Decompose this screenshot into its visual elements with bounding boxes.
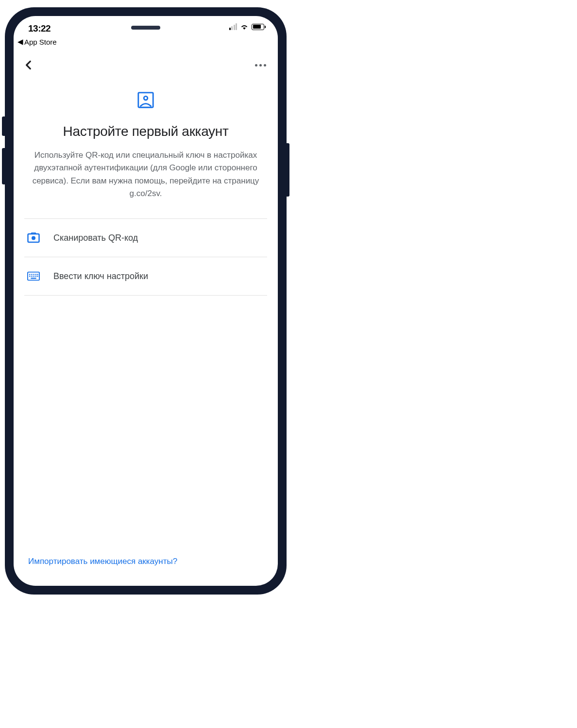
screen: 13:22: [14, 16, 278, 586]
option-label: Ввести ключ настройки: [53, 271, 148, 281]
svg-rect-15: [31, 278, 36, 279]
scan-qr-option[interactable]: Сканировать QR-код: [24, 218, 267, 257]
phone-frame: 13:22: [5, 7, 287, 595]
nav-bar: [14, 50, 278, 76]
wifi-icon: [240, 23, 249, 30]
status-time: 13:22: [28, 23, 51, 34]
side-button: [287, 143, 289, 197]
phone-notch: [131, 26, 160, 30]
svg-rect-5: [29, 274, 30, 275]
svg-point-3: [32, 236, 35, 240]
svg-rect-12: [34, 276, 34, 277]
option-list: Сканировать QR-код: [24, 218, 267, 296]
footer: Импортировать имеющиеся аккаунты?: [14, 557, 278, 586]
chevron-left-icon: [22, 59, 35, 71]
camera-icon: [27, 232, 40, 244]
side-button: [2, 148, 5, 184]
import-accounts-link[interactable]: Импортировать имеющиеся аккаунты?: [28, 557, 177, 566]
svg-rect-8: [35, 274, 36, 275]
cellular-signal-icon: [229, 23, 238, 30]
svg-rect-10: [29, 276, 30, 277]
svg-rect-11: [31, 276, 32, 277]
battery-icon: [252, 24, 266, 30]
content-area: Настройте первый аккаунт Используйте QR-…: [14, 76, 278, 557]
option-label: Сканировать QR-код: [53, 233, 138, 243]
back-button[interactable]: [22, 59, 35, 71]
svg-rect-9: [37, 274, 38, 275]
keyboard-icon: [27, 270, 40, 282]
page-title: Настройте первый аккаунт: [24, 124, 267, 139]
more-button[interactable]: [255, 64, 266, 66]
enter-key-option[interactable]: Ввести ключ настройки: [24, 257, 267, 296]
status-icons: [229, 23, 266, 30]
side-button: [2, 116, 5, 136]
back-triangle-icon: ◀: [17, 37, 23, 46]
svg-rect-13: [35, 276, 36, 277]
page-description: Используйте QR-код или специальный ключ …: [24, 149, 267, 200]
svg-rect-6: [31, 274, 32, 275]
svg-rect-7: [34, 274, 34, 275]
back-to-app-label: App Store: [24, 38, 57, 46]
svg-rect-14: [37, 276, 38, 277]
hero-icon-container: [24, 91, 267, 109]
back-to-app-link[interactable]: ◀ App Store: [14, 36, 278, 50]
account-box-icon: [136, 91, 155, 109]
dots-horizontal-icon: [255, 64, 257, 66]
svg-point-1: [144, 96, 148, 100]
